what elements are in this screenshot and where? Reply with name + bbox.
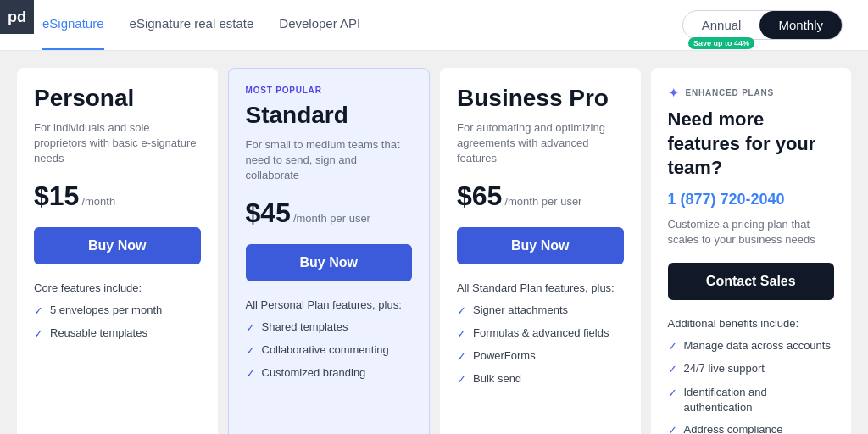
check-icon: ✓ [668, 362, 677, 377]
list-item: ✓ Collaborative commenting [246, 342, 413, 359]
personal-price-period: /month [81, 195, 115, 208]
business-pro-buy-button[interactable]: Buy Now [457, 227, 624, 264]
list-item: ✓ Reusable templates [34, 326, 201, 342]
feature-text: Shared templates [262, 320, 348, 335]
list-item: ✓ Customized branding [246, 365, 413, 381]
list-item: ✓ Shared templates [246, 320, 413, 336]
feature-text: Identification and authentication [684, 385, 835, 415]
enhanced-features-label: Additional benefits include: [668, 317, 835, 330]
annual-toggle-button[interactable]: Annual [683, 11, 760, 39]
personal-plan-name: Personal [34, 85, 201, 112]
enhanced-icon: ✦ [668, 85, 679, 101]
feature-text: Bulk send [473, 371, 521, 387]
logo-icon: pd [8, 8, 26, 26]
personal-price-row: $15 /month [34, 181, 201, 212]
business-pro-plan-card: Business Pro For automating and optimizi… [440, 68, 641, 434]
feature-text: Reusable templates [50, 326, 147, 341]
check-icon: ✓ [668, 386, 677, 401]
list-item: ✓ 5 envelopes per month [34, 303, 201, 319]
personal-features-label: Core features include: [34, 281, 201, 294]
enhanced-title: Need more features for your team? [668, 108, 835, 181]
tabs: eSignature eSignature real estate Develo… [42, 0, 360, 50]
feature-text: Collaborative commenting [262, 342, 389, 358]
standard-price-period: /month per user [293, 212, 370, 225]
annual-toggle-wrapper: Annual Save up to 44% [683, 11, 760, 39]
save-badge: Save up to 44% [688, 37, 754, 49]
business-pro-features-label: All Standard Plan features, plus: [457, 281, 624, 294]
check-icon: ✓ [246, 320, 255, 336]
check-icon: ✓ [457, 372, 466, 387]
enhanced-header: ✦ ENHANCED PLANS [668, 85, 835, 101]
check-icon: ✓ [34, 303, 43, 319]
contact-sales-button[interactable]: Contact Sales [668, 263, 835, 300]
list-item: ✓ 24/7 live support [668, 361, 835, 377]
list-item: ✓ Identification and authentication [668, 385, 835, 415]
business-pro-plan-desc: For automating and optimizing agreements… [457, 120, 624, 167]
check-icon: ✓ [246, 366, 255, 381]
list-item: ✓ Address compliance obligations [668, 422, 835, 434]
enhanced-plans-card: ✦ ENHANCED PLANS Need more features for … [651, 68, 852, 434]
check-icon: ✓ [246, 343, 255, 359]
monthly-toggle-button[interactable]: Monthly [760, 11, 842, 39]
feature-text: Signer attachments [473, 303, 568, 318]
most-popular-badge: MOST POPULAR [246, 86, 413, 95]
check-icon: ✓ [457, 326, 466, 342]
standard-plan-card: MOST POPULAR Standard For small to mediu… [228, 68, 431, 434]
list-item: ✓ Manage data across accounts [668, 338, 835, 354]
personal-plan-card: Personal For individuals and sole propri… [17, 68, 218, 434]
personal-plan-desc: For individuals and sole proprietors wit… [34, 120, 201, 167]
business-pro-price-row: $65 /month per user [457, 181, 624, 212]
standard-buy-button[interactable]: Buy Now [246, 244, 413, 281]
check-icon: ✓ [668, 423, 677, 434]
tab-esignature-real-estate[interactable]: eSignature real estate [130, 0, 254, 50]
list-item: ✓ Formulas & advanced fields [457, 326, 624, 342]
personal-price-amount: $15 [34, 181, 79, 212]
check-icon: ✓ [668, 339, 677, 354]
business-pro-plan-name: Business Pro [457, 85, 624, 112]
enhanced-desc: Customize a pricing plan that scales to … [668, 217, 835, 248]
standard-price-row: $45 /month per user [246, 198, 413, 229]
check-icon: ✓ [457, 349, 466, 364]
tab-esignature[interactable]: eSignature [42, 0, 104, 50]
standard-plan-name: Standard [246, 102, 413, 129]
personal-buy-button[interactable]: Buy Now [34, 227, 201, 264]
standard-plan-desc: For small to medium teams that need to s… [246, 137, 413, 184]
feature-text: PowerForms [473, 348, 536, 364]
list-item: ✓ Signer attachments [457, 303, 624, 319]
list-item: ✓ PowerForms [457, 348, 624, 364]
logo-bar: pd [0, 0, 34, 34]
business-pro-price-period: /month per user [504, 195, 581, 208]
feature-text: Formulas & advanced fields [473, 326, 609, 341]
business-pro-price-amount: $65 [457, 181, 502, 212]
feature-text: Manage data across accounts [684, 338, 831, 353]
phone-link[interactable]: 1 (877) 720-2040 [668, 191, 835, 209]
standard-price-amount: $45 [246, 198, 291, 229]
main-container: pd eSignature eSignature real estate Dev… [0, 0, 868, 434]
tab-developer-api[interactable]: Developer API [279, 0, 360, 50]
feature-text: Address compliance obligations [684, 422, 835, 434]
billing-toggle: Annual Save up to 44% Monthly [682, 10, 843, 40]
nav-area: eSignature eSignature real estate Develo… [0, 0, 868, 51]
standard-features-label: All Personal Plan features, plus: [246, 298, 413, 311]
feature-text: 24/7 live support [684, 361, 765, 376]
list-item: ✓ Bulk send [457, 371, 624, 387]
check-icon: ✓ [34, 326, 43, 342]
feature-text: 5 envelopes per month [50, 303, 162, 318]
enhanced-label: ENHANCED PLANS [686, 88, 775, 97]
check-icon: ✓ [457, 303, 466, 319]
feature-text: Customized branding [262, 365, 366, 381]
plans-content: Personal For individuals and sole propri… [0, 51, 868, 434]
